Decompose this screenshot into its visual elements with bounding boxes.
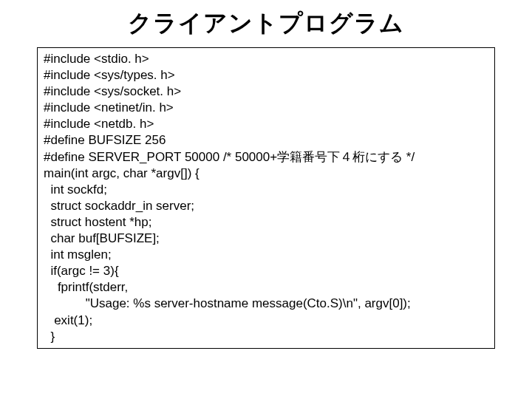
code-line: #define BUFSIZE 256 bbox=[44, 133, 166, 147]
code-line: int sockfd; bbox=[44, 183, 107, 197]
code-line: #include <sys/types. h> bbox=[44, 68, 175, 82]
code-line: fprintf(stderr, bbox=[44, 280, 128, 294]
code-box: #include <stdio. h> #include <sys/types.… bbox=[37, 47, 495, 349]
code-line: char buf[BUFSIZE]; bbox=[44, 231, 160, 245]
code-line: #include <sys/socket. h> bbox=[44, 84, 181, 98]
code-line: if(argc != 3){ bbox=[44, 264, 119, 278]
code-line: struct hostent *hp; bbox=[44, 215, 151, 229]
code-line: #include <stdio. h> bbox=[44, 52, 149, 66]
code-line: #define SERVER_PORT 50000 /* 50000+学籍番号下… bbox=[44, 150, 415, 164]
code-line: struct sockaddr_in server; bbox=[44, 199, 194, 213]
code-line: #include <netinet/in. h> bbox=[44, 100, 174, 115]
code-line: } bbox=[44, 330, 55, 344]
slide-title: クライアントプログラム bbox=[37, 7, 495, 40]
code-line: exit(1); bbox=[44, 313, 92, 327]
code-line: "Usage: %s server-hostname message(Cto.S… bbox=[44, 296, 411, 310]
code-line: #include <netdb. h> bbox=[44, 117, 154, 131]
code-line: int msglen; bbox=[44, 248, 112, 262]
slide: クライアントプログラム #include <stdio. h> #include… bbox=[0, 0, 532, 399]
code-line: main(int argc, char *argv[]) { bbox=[44, 166, 200, 180]
